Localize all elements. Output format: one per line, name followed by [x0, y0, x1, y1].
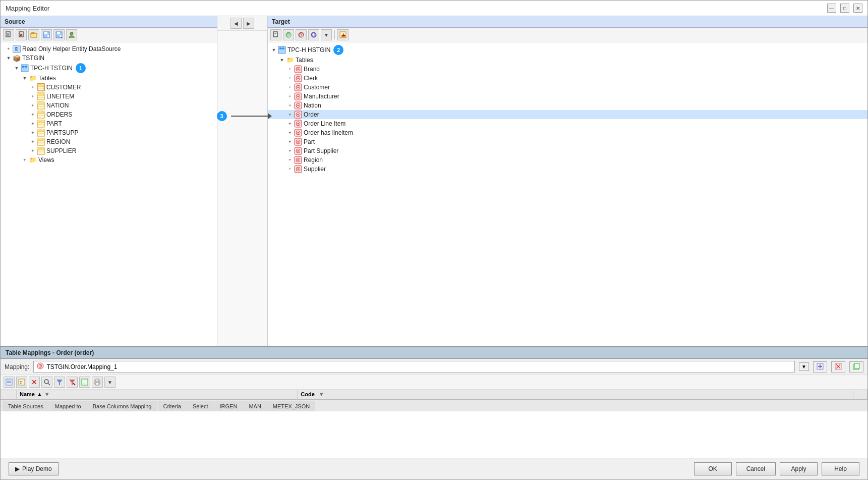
- tree-item-tables-tgt[interactable]: ▼ 📁 Tables: [268, 56, 867, 65]
- target-icon2[interactable]: ⚙: [283, 29, 294, 40]
- tree-item-tpch-tstgin-src[interactable]: ▼ TPC-H TSTGIN 1: [1, 63, 217, 74]
- source-new-icon[interactable]: [3, 29, 14, 40]
- expander-manufacturer[interactable]: +: [286, 92, 294, 100]
- expander-orderhaslineitem[interactable]: +: [286, 129, 294, 137]
- expander-ro-helper[interactable]: +: [5, 45, 13, 53]
- tab-base-columns[interactable]: Base Columns Mapping: [87, 401, 157, 411]
- mapping-dropdown-button[interactable]: ▼: [799, 362, 809, 371]
- expander-brand[interactable]: +: [286, 65, 294, 73]
- play-demo-button[interactable]: ▶ Play Demo: [9, 462, 59, 475]
- tree-item-orderhaslineitem[interactable]: + Order has lineitem: [268, 128, 867, 137]
- source-save-icon[interactable]: [41, 29, 52, 40]
- target-icon4[interactable]: [308, 29, 319, 40]
- source-user-icon[interactable]: [66, 29, 77, 40]
- expander-tstgin[interactable]: ▼: [5, 54, 13, 62]
- expander-region-src[interactable]: +: [29, 138, 37, 146]
- tree-item-views-src[interactable]: + 📁 Views: [1, 155, 217, 165]
- tree-item-customer-src[interactable]: + CUSTOMER: [1, 83, 217, 92]
- maximize-button[interactable]: □: [840, 4, 849, 13]
- ok-button[interactable]: OK: [694, 462, 732, 475]
- minimize-button[interactable]: —: [827, 4, 836, 13]
- bt-search-icon[interactable]: [41, 377, 52, 388]
- expander-partsupplier[interactable]: +: [286, 147, 294, 155]
- expander-views-src[interactable]: +: [21, 156, 29, 164]
- tree-item-nation-src[interactable]: + NATION: [1, 101, 217, 110]
- tab-mapped-to[interactable]: Mapped to: [49, 401, 87, 411]
- expander-tables-tgt[interactable]: ▼: [278, 56, 286, 64]
- tree-item-part-src[interactable]: + PART: [1, 119, 217, 128]
- expander-order-tgt[interactable]: +: [286, 111, 294, 119]
- expander-lineitem-src[interactable]: +: [29, 92, 37, 100]
- apply-button[interactable]: Apply: [780, 462, 818, 475]
- source-open-icon[interactable]: [28, 29, 39, 40]
- expander-nation-tgt[interactable]: +: [286, 101, 294, 110]
- tree-item-tpch-hstgin[interactable]: ▼ TPC-H HSTGIN 2: [268, 44, 867, 56]
- bt-print-icon[interactable]: [92, 377, 103, 388]
- tab-metex-json[interactable]: METEX_JSON: [267, 401, 315, 411]
- target-dropdown[interactable]: ▼: [321, 29, 332, 40]
- tree-item-customer-tgt[interactable]: + Customer: [268, 83, 867, 92]
- cancel-button[interactable]: Cancel: [736, 462, 776, 475]
- expander-orderlineitem[interactable]: +: [286, 120, 294, 128]
- tree-item-lineitem-src[interactable]: + LINEITEM: [1, 92, 217, 101]
- expander-customer-tgt[interactable]: +: [286, 83, 294, 91]
- bt-icon1[interactable]: [4, 377, 15, 388]
- tree-item-partsupp-src[interactable]: + PARTSUPP: [1, 128, 217, 137]
- tree-item-region-src[interactable]: + REGION: [1, 137, 217, 146]
- expander-supplier-src[interactable]: +: [29, 147, 37, 155]
- tree-item-partsupplier[interactable]: + Part Supplier: [268, 146, 867, 155]
- expander-supplier-tgt[interactable]: +: [286, 165, 294, 173]
- bt-delete-icon[interactable]: ✕: [29, 377, 40, 388]
- tree-item-tstgin[interactable]: ▼ 📦 TSTGIN: [1, 54, 217, 63]
- tree-item-order-tgt[interactable]: + Order: [268, 110, 867, 119]
- tree-item-region-tgt[interactable]: + Region: [268, 155, 867, 165]
- tree-item-ro-helper[interactable]: + 🗄 Read Only Helper Entity DataSource: [1, 44, 217, 54]
- expander-partsupp-src[interactable]: +: [29, 129, 37, 137]
- tab-man[interactable]: MAN: [243, 401, 266, 411]
- bt-import-icon[interactable]: ↓: [79, 377, 90, 388]
- expander-part-tgt[interactable]: +: [286, 138, 294, 146]
- expander-tables-src[interactable]: ▼: [21, 74, 29, 82]
- expander-part-src[interactable]: +: [29, 120, 37, 128]
- tab-table-sources[interactable]: Table Sources: [3, 401, 49, 411]
- close-button[interactable]: ✕: [853, 4, 862, 13]
- tree-item-clerk[interactable]: + Clerk: [268, 74, 867, 83]
- bt-filter-icon[interactable]: [54, 377, 65, 388]
- tree-item-brand[interactable]: + Brand: [268, 65, 867, 74]
- mapping-delete-button[interactable]: [831, 361, 845, 372]
- target-export-icon[interactable]: 📤: [337, 29, 349, 40]
- expander-tpch-tstgin[interactable]: ▼: [13, 64, 21, 72]
- expander-tpch-hstgin[interactable]: ▼: [270, 46, 278, 54]
- bt-filterx-icon[interactable]: [67, 377, 78, 388]
- mapping-new-button[interactable]: [813, 361, 827, 372]
- tab-select[interactable]: Select: [187, 401, 214, 411]
- code-filter-icon[interactable]: ▼: [319, 391, 324, 397]
- bt-icon2[interactable]: Σ: [16, 377, 27, 388]
- forward-arrow-icon[interactable]: ▶: [243, 18, 254, 29]
- back-arrow-icon[interactable]: ◀: [230, 18, 242, 29]
- sort-filter-icon[interactable]: ▼: [44, 391, 50, 397]
- tree-item-tables-src[interactable]: ▼ 📁 Tables: [1, 74, 217, 83]
- tab-criteria[interactable]: Criteria: [158, 401, 187, 411]
- expander-clerk[interactable]: +: [286, 74, 294, 82]
- col-header-code[interactable]: Code ▼: [298, 390, 853, 399]
- mapping-copy-button[interactable]: [849, 361, 863, 372]
- source-saveas-icon[interactable]: +: [53, 29, 65, 40]
- tree-item-supplier-tgt[interactable]: + Supplier: [268, 165, 867, 174]
- tree-item-nation-tgt[interactable]: + Nation: [268, 101, 867, 110]
- tree-item-manufacturer[interactable]: + Manufacturer: [268, 92, 867, 101]
- expander-customer-src[interactable]: +: [29, 83, 37, 91]
- help-button[interactable]: Help: [822, 462, 859, 475]
- expander-orders-src[interactable]: +: [29, 111, 37, 119]
- tree-item-orders-src[interactable]: + ORDERS: [1, 110, 217, 119]
- target-icon3[interactable]: ⚙: [296, 29, 307, 40]
- target-new-icon[interactable]: [270, 29, 281, 40]
- source-delete-icon[interactable]: [16, 29, 27, 40]
- expander-nation-src[interactable]: +: [29, 101, 37, 110]
- bt-dropdown-icon[interactable]: ▼: [104, 377, 115, 388]
- tab-irgen[interactable]: IRGEN: [214, 401, 243, 411]
- col-header-name[interactable]: Name ▲ ▼: [17, 390, 298, 399]
- tree-item-part-tgt[interactable]: + Part: [268, 137, 867, 146]
- tree-item-orderlineitem[interactable]: + Order Line Item: [268, 119, 867, 128]
- tree-item-supplier-src[interactable]: + SUPPLIER: [1, 146, 217, 155]
